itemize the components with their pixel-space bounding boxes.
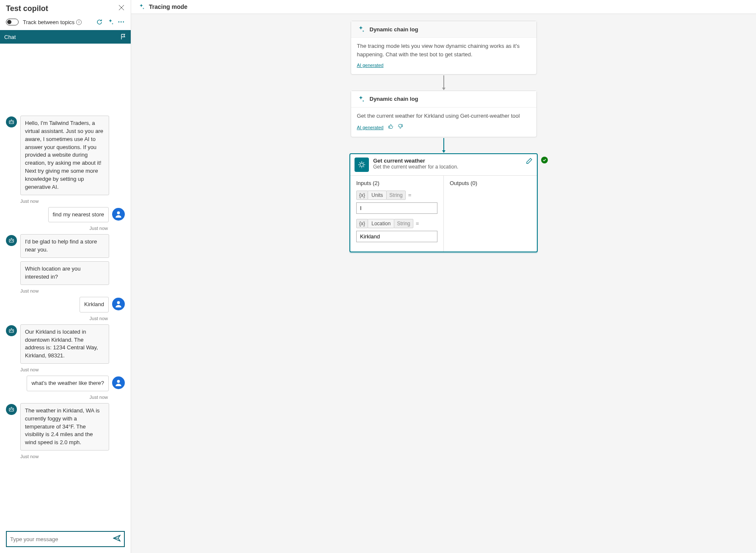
message-row: Hello, I'm Tailwind Traders, a virtual a…	[6, 116, 125, 195]
send-icon[interactable]	[113, 534, 121, 544]
connector-arrow	[443, 138, 444, 152]
more-icon[interactable]: ···	[118, 18, 125, 26]
svg-point-19	[11, 409, 11, 409]
svg-rect-2	[9, 121, 14, 124]
test-copilot-panel: Test copilot Track between topics i ··· …	[0, 0, 131, 553]
info-icon[interactable]: i	[76, 19, 82, 25]
user-avatar	[112, 208, 125, 221]
action-card[interactable]: Get current weather Get the current weat…	[349, 153, 538, 252]
user-avatar	[112, 376, 125, 389]
svg-rect-12	[9, 329, 14, 332]
timestamp: Just now	[20, 288, 125, 293]
timestamp: Just now	[6, 226, 108, 231]
card-title: Dynamic chain log	[370, 96, 418, 102]
inputs-label: Inputs (2)	[356, 180, 437, 186]
timestamp: Just now	[20, 199, 125, 204]
inputs-column: Inputs (2) {x} Units String = {x} Locati…	[350, 176, 444, 252]
param-type: String	[386, 191, 405, 200]
svg-line-27	[363, 166, 364, 167]
bot-message: The weather in Kirkland, WA is currently…	[20, 403, 109, 451]
message-row: Kirkland	[6, 297, 125, 312]
close-icon[interactable]	[118, 4, 125, 13]
svg-rect-17	[9, 408, 14, 411]
bot-message: I'd be glad to help find a store near yo…	[20, 234, 109, 258]
param-type: String	[394, 219, 413, 228]
svg-point-15	[12, 330, 13, 331]
io-grid: Inputs (2) {x} Units String = {x} Locati…	[350, 176, 537, 252]
bot-message: Which location are you interested in?	[20, 261, 109, 285]
user-message: what's the weather like there?	[27, 376, 109, 391]
param-row: {x} Units String =	[356, 191, 437, 200]
card-header: Dynamic chain log	[351, 21, 536, 38]
chat-input[interactable]	[10, 536, 113, 542]
message-row: The weather in Kirkland, WA is currently…	[6, 403, 125, 451]
chat-input-area	[6, 531, 125, 547]
sparkle-icon	[357, 95, 365, 103]
success-badge	[541, 157, 548, 163]
thumbs-down-icon[interactable]	[398, 123, 403, 132]
equals-sign: =	[416, 220, 419, 227]
action-subtitle: Get the current weather for a location.	[373, 164, 526, 170]
param-name: Units	[368, 191, 387, 200]
canvas-body[interactable]: Dynamic chain log The tracing mode lets …	[131, 14, 756, 553]
action-header: Get current weather Get the current weat…	[350, 154, 537, 176]
ai-generated-link[interactable]: AI generated	[357, 124, 384, 131]
param-name: Location	[368, 219, 394, 228]
card-title: Dynamic chain log	[370, 26, 418, 33]
outputs-label: Outputs (0)	[450, 180, 531, 186]
svg-point-20	[12, 409, 13, 409]
svg-rect-7	[9, 239, 14, 242]
panel-toolbar: Track between topics i ···	[0, 17, 131, 30]
timestamp: Just now	[20, 367, 125, 372]
flag-icon[interactable]	[120, 33, 126, 40]
chat-header: Chat	[0, 30, 131, 44]
weather-icon	[355, 158, 369, 172]
svg-line-28	[360, 166, 360, 167]
bot-avatar	[6, 325, 17, 336]
action-title: Get current weather	[373, 158, 526, 164]
user-avatar	[112, 298, 125, 310]
track-toggle-label: Track between topics i	[23, 19, 92, 25]
svg-point-11	[117, 301, 120, 304]
svg-point-10	[12, 241, 13, 241]
connector-arrow	[443, 75, 444, 90]
sparkle-icon	[357, 25, 365, 33]
edit-icon[interactable]	[526, 158, 533, 166]
message-row: find my nearest store	[6, 207, 125, 223]
timestamp: Just now	[6, 395, 108, 400]
tracing-canvas: Tracing mode Dynamic chain log The traci…	[131, 0, 756, 553]
ai-generated-link[interactable]: AI generated	[357, 62, 384, 69]
bot-avatar	[6, 404, 17, 415]
param-input-location[interactable]	[356, 231, 437, 242]
svg-line-29	[363, 162, 364, 163]
card-body: The tracing mode lets you view how dynam…	[351, 38, 536, 74]
bot-message: Our Kirkland is located in downtown Kirk…	[20, 324, 109, 364]
param-input-units[interactable]	[356, 202, 437, 214]
message-row: I'd be glad to help find a store near yo…	[6, 234, 125, 285]
var-chip: {x}	[356, 219, 368, 228]
chat-header-title: Chat	[4, 34, 16, 40]
svg-point-21	[360, 163, 363, 166]
chain-log-card[interactable]: Dynamic chain log Get the current weathe…	[351, 91, 537, 137]
canvas-header: Tracing mode	[131, 0, 756, 14]
sparkle-icon[interactable]	[107, 19, 114, 25]
svg-line-26	[360, 162, 360, 163]
card-header: Dynamic chain log	[351, 91, 536, 108]
chain-log-card[interactable]: Dynamic chain log The tracing mode lets …	[351, 21, 537, 75]
equals-sign: =	[408, 192, 412, 198]
timestamp: Just now	[20, 454, 125, 459]
svg-point-5	[12, 122, 13, 122]
panel-title: Test copilot	[6, 4, 48, 13]
bot-message-stack: I'd be glad to help find a store near yo…	[20, 234, 125, 285]
refresh-icon[interactable]	[96, 19, 103, 25]
svg-point-14	[11, 330, 11, 331]
thumbs-up-icon[interactable]	[388, 123, 393, 132]
message-row: Our Kirkland is located in downtown Kirk…	[6, 324, 125, 364]
timestamp: Just now	[6, 316, 108, 321]
track-toggle[interactable]	[6, 19, 19, 25]
canvas-title: Tracing mode	[149, 3, 187, 10]
card-body: Get the current weather for Kirkland usi…	[351, 108, 536, 137]
sparkle-icon	[138, 3, 145, 10]
param-row: {x} Location String =	[356, 219, 437, 228]
svg-point-16	[117, 380, 120, 383]
